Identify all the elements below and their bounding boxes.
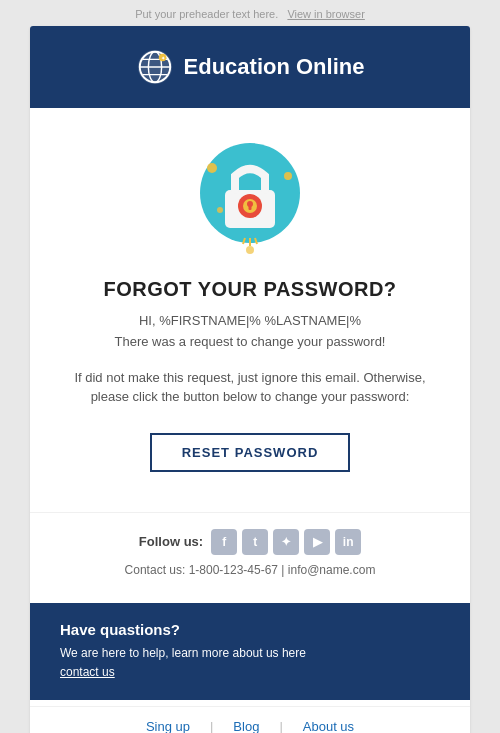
preheader-bar: Put your preheader text here. View in br…	[0, 0, 500, 26]
follow-label: Follow us:	[139, 534, 203, 549]
questions-line1: We are here to help, learn more about us…	[60, 646, 306, 660]
questions-section: Have quastions? We are here to help, lea…	[30, 603, 470, 700]
social-icons: f t ✦ ▶ in	[211, 529, 361, 555]
youtube-icon[interactable]: ▶	[304, 529, 330, 555]
reset-password-button[interactable]: RESET PASSWORD	[150, 433, 351, 472]
email-container: ✦ Education Online	[30, 26, 470, 733]
email-body: FORGOT YOUR PASSWORD? HI, %FIRSTNAME|% %…	[30, 108, 470, 512]
greeting-text: HI, %FIRSTNAME|% %LASTNAME|%	[70, 313, 430, 328]
signup-link[interactable]: Sing up	[126, 719, 210, 733]
linkedin-icon[interactable]: in	[335, 529, 361, 555]
blog-link[interactable]: Blog	[213, 719, 279, 733]
svg-point-11	[217, 207, 223, 213]
footer-links: Sing up | Blog | About us	[30, 706, 470, 733]
email-header: ✦ Education Online	[30, 26, 470, 108]
contact-us-link[interactable]: contact us	[60, 665, 115, 679]
facebook-icon[interactable]: f	[211, 529, 237, 555]
lock-illustration	[190, 138, 310, 258]
svg-point-20	[246, 246, 254, 254]
svg-point-9	[207, 163, 217, 173]
twitter-icon[interactable]: t	[242, 529, 268, 555]
view-in-browser-link[interactable]: View in browser	[287, 8, 364, 20]
globe-icon: ✦	[136, 48, 174, 86]
questions-title: Have quastions?	[60, 621, 440, 638]
forgot-heading: FORGOT YOUR PASSWORD?	[70, 278, 430, 301]
about-link[interactable]: About us	[283, 719, 374, 733]
follow-section: Follow us: f t ✦ ▶ in Contact us: 1-800-…	[30, 512, 470, 597]
brand-name: Education Online	[184, 54, 365, 80]
follow-row: Follow us: f t ✦ ▶ in	[70, 529, 430, 555]
questions-text: We are here to help, learn more about us…	[60, 644, 440, 682]
contact-text: Contact us: 1-800-123-45-67 | info@name.…	[70, 563, 430, 577]
instagram-icon[interactable]: ✦	[273, 529, 299, 555]
preheader-text: Put your preheader text here.	[135, 8, 278, 20]
request-text: There was a request to change your passw…	[70, 332, 430, 352]
info-text: If did not make this request, just ignor…	[70, 368, 430, 407]
svg-rect-16	[249, 205, 252, 210]
svg-point-10	[284, 172, 292, 180]
